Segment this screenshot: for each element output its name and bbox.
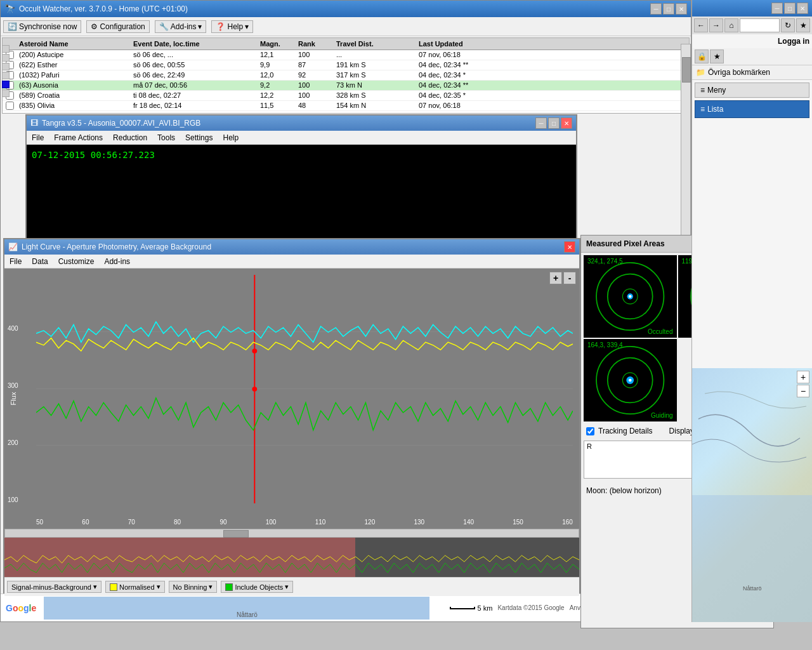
col-magn[interactable]: Magn. [258, 39, 296, 48]
tangra-menu-settings[interactable]: Settings [180, 132, 218, 143]
rs-lock-icon: 🔒 [695, 50, 709, 63]
map-strip: Nåttarö [44, 597, 429, 620]
tangra-menu-frame[interactable]: Frame Actions [49, 132, 108, 143]
help-dropdown-icon: ▾ [245, 22, 249, 31]
indicator-blue [2, 81, 10, 88]
svg-point-20 [629, 379, 632, 382]
zoom-out-button[interactable]: - [563, 272, 576, 284]
col-rank[interactable]: Rank [296, 39, 334, 48]
tangra-video: 07-12-2015 00:56:27.223 [27, 145, 576, 238]
lc-close-btn[interactable]: ✕ [564, 241, 575, 253]
rs-address-bar[interactable] [740, 18, 780, 32]
map-placeholder: Nåttarö + − [692, 368, 812, 622]
lc-scrollbar-thumb[interactable] [223, 530, 249, 538]
table-header: Asteroid Name Event Date, loc.time Magn.… [3, 38, 689, 50]
rs-nav-toolbar: ← → ⌂ ↻ ★ [692, 17, 812, 34]
rs-logga-in[interactable]: Logga in [692, 34, 812, 48]
lc-scrollbar[interactable] [4, 529, 579, 538]
map-zoom-out-btn[interactable]: − [797, 385, 809, 397]
rs-browser-controls: 🔒 ★ [692, 48, 812, 65]
table-row[interactable]: (63) Ausonia må 07 dec, 00:56 9,2 100 73… [3, 81, 689, 91]
app-icon: 🔭 [4, 4, 15, 14]
tangra-close-btn[interactable]: ✕ [561, 117, 572, 129]
signal-dropdown-icon: ▾ [93, 583, 97, 591]
config-button[interactable]: ⚙ Configuration [86, 20, 149, 33]
lc-app-icon: 📈 [8, 242, 18, 251]
table-row[interactable]: (835) Olivia fr 18 dec, 02:14 11,5 48 15… [3, 101, 689, 111]
rs-close-btn[interactable]: ✕ [797, 3, 808, 14]
close-button[interactable]: ✕ [676, 3, 687, 15]
tangra-menu-reduction[interactable]: Reduction [108, 132, 152, 143]
rs-menu-button[interactable]: ≡ Meny [695, 83, 809, 98]
col-updated[interactable]: Last Updated [416, 39, 518, 48]
x-axis-labels: 50 60 70 80 90 100 110 120 130 140 150 1… [36, 519, 573, 526]
aperture-guiding2-svg [584, 339, 677, 421]
tangra-video-frame: 07-12-2015 00:56:27.223 [27, 145, 306, 238]
normalised-color-square [110, 583, 117, 591]
addins-icon: 🔧 [159, 22, 169, 31]
addins-button[interactable]: 🔧 Add-ins ▾ [155, 20, 207, 33]
svg-text:Nåttarö: Nåttarö [743, 585, 762, 592]
no-binning-dropdown-icon: ▾ [209, 583, 213, 591]
aperture-guiding-2: 164,3, 339,4 Guiding [584, 339, 677, 421]
rs-minimize-btn[interactable]: ─ [771, 3, 783, 14]
map-svg: Nåttarö [692, 368, 812, 622]
svg-point-10 [629, 295, 632, 298]
tracking-details-label: Tracking Details [598, 427, 653, 435]
lc-menu-customize[interactable]: Customize [53, 256, 100, 267]
col-date[interactable]: Event Date, loc.time [131, 39, 258, 48]
tangra-menu-tools[interactable]: Tools [152, 132, 180, 143]
indicator [2, 45, 10, 53]
tangra-menu-file[interactable]: File [27, 132, 49, 143]
rs-fav-icon[interactable]: ★ [710, 50, 724, 63]
minimap-svg [4, 538, 579, 577]
lc-menu-addins[interactable]: Add-ins [99, 256, 135, 267]
app-title: Occult Watcher, ver. 3.7.0.9 - Home (UTC… [19, 4, 188, 13]
bookmarks-label: Övriga bokmärken [708, 68, 770, 77]
lc-toolbar: File Data Customize Add-ins [4, 255, 579, 269]
scrollbar-thumb[interactable] [682, 57, 691, 83]
tangra-minimize-btn[interactable]: ─ [535, 117, 547, 129]
row-asteroid-name: (835) Olivia [16, 101, 131, 110]
svg-point-5 [252, 387, 257, 391]
signal-minus-background-button[interactable]: Signal-minus-Background ▾ [7, 581, 102, 593]
scale-line [450, 607, 475, 609]
rs-reload-btn[interactable]: ↻ [781, 18, 795, 32]
normalised-button[interactable]: Normalised ▾ [105, 581, 165, 593]
zoom-in-button[interactable]: + [549, 272, 562, 284]
help-button[interactable]: ❓ Help ▾ [211, 20, 253, 33]
rs-maximize-btn[interactable]: □ [784, 3, 796, 14]
table-row[interactable]: (200) Astucipe sö 06 dec, ... 12,1 100 .… [3, 50, 689, 60]
tangra-menu-help[interactable]: Help [218, 132, 244, 143]
no-binning-button[interactable]: No Binning ▾ [169, 581, 218, 593]
lc-chart: 400 300 200 100 Flux + [4, 269, 579, 529]
col-travel[interactable]: Travel Dist. [334, 39, 416, 48]
include-objects-label: Include Objects [235, 583, 283, 591]
rs-home-btn[interactable]: ⌂ [724, 18, 738, 32]
include-objects-button[interactable]: Include Objects ▾ [221, 581, 293, 593]
col-name[interactable]: Asteroid Name [16, 39, 131, 48]
rs-star-btn[interactable]: ★ [796, 18, 810, 32]
table-row[interactable]: (622) Esther sö 06 dec, 00:55 9,9 87 191… [3, 60, 689, 70]
tracking-details-check[interactable] [586, 427, 594, 435]
lc-menu-file[interactable]: File [4, 256, 27, 267]
map-zoom-in-btn[interactable]: + [797, 371, 809, 383]
rs-back-btn[interactable]: ← [694, 18, 708, 32]
sync-button[interactable]: 🔄 Synchronise now [3, 20, 81, 33]
row-check[interactable] [6, 102, 14, 110]
svg-rect-21 [692, 495, 812, 622]
minimize-button[interactable]: ─ [650, 3, 662, 15]
map-data-label: Kartdata ©2015 Google [497, 604, 564, 611]
table-row[interactable]: (589) Croatia ti 08 dec, 02:27 12,2 100 … [3, 91, 689, 101]
tangra-maximize-btn[interactable]: □ [548, 117, 560, 129]
aperture-occulted: 324,1, 274,5 Occulted [584, 255, 677, 338]
location-label: Nåttarö [237, 611, 258, 618]
rs-forward-btn[interactable]: → [709, 18, 723, 32]
lc-menu-data[interactable]: Data [27, 256, 53, 267]
main-window-controls: ─ □ ✕ [650, 3, 687, 15]
addins-dropdown-icon: ▾ [198, 22, 202, 31]
maximize-button[interactable]: □ [663, 3, 674, 15]
rs-lista-button[interactable]: ≡ Lista [695, 100, 809, 118]
table-row[interactable]: (1032) Pafuri sö 06 dec, 22:49 12,0 92 3… [3, 70, 689, 81]
svg-point-4 [252, 348, 257, 353]
